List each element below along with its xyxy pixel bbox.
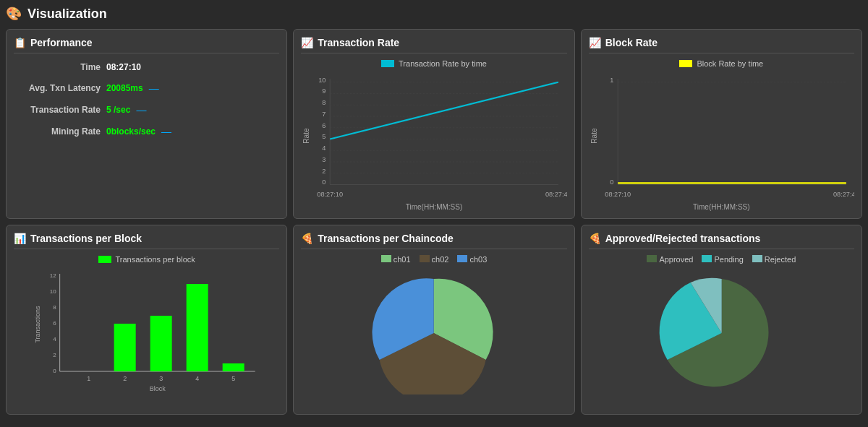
perf-row-latency: Avg. Txn Latency 20085ms — <box>14 82 279 94</box>
svg-text:Block: Block <box>150 385 166 392</box>
svg-text:6: 6 <box>323 122 326 129</box>
performance-table: Time 08:27:10 Avg. Txn Latency 20085ms —… <box>14 62 279 137</box>
txn-per-chaincode-icon: 🍕 <box>301 233 313 244</box>
svg-rect-47 <box>187 284 208 371</box>
svg-text:8: 8 <box>323 99 326 106</box>
legend-approved: Approved <box>647 255 693 264</box>
performance-card-title: 📋 Performance <box>14 37 279 53</box>
block-rate-chart: 1 0 Rate 08:27:10 08:27:49 <box>589 71 854 201</box>
perf-arrow-latency: — <box>149 82 159 94</box>
svg-text:3: 3 <box>323 156 326 163</box>
chaincode-pie-chart <box>301 268 566 394</box>
performance-card: 📋 Performance Time 08:27:10 Avg. Txn Lat… <box>6 29 287 219</box>
svg-text:08:27:10: 08:27:10 <box>605 191 631 198</box>
perf-arrow-txnrate: — <box>136 104 146 116</box>
transaction-rate-legend: Transaction Rate by time <box>301 59 566 68</box>
svg-text:08:27:49: 08:27:49 <box>545 191 566 198</box>
svg-text:5: 5 <box>231 375 235 382</box>
legend-ch01: ch01 <box>381 255 411 264</box>
txn-per-chaincode-title: 🍕 Transactions per Chaincode <box>301 233 566 249</box>
svg-text:3: 3 <box>159 375 163 382</box>
svg-text:4: 4 <box>53 336 56 342</box>
svg-text:10: 10 <box>319 77 326 84</box>
svg-text:2: 2 <box>123 375 127 382</box>
approved-rejected-title: 🍕 Approved/Rejected transactions <box>589 233 854 249</box>
perf-value-latency: 20085ms <box>106 83 143 93</box>
perf-arrow-mining: — <box>161 126 171 137</box>
svg-text:1: 1 <box>610 77 613 84</box>
txn-rate-legend-label: Transaction Rate by time <box>399 59 487 68</box>
perf-label-mining: Mining Rate <box>14 126 101 137</box>
svg-text:9: 9 <box>323 88 326 95</box>
svg-text:2: 2 <box>323 168 326 175</box>
svg-text:4: 4 <box>323 145 326 152</box>
svg-text:7: 7 <box>323 111 326 118</box>
txn-per-block-title: 📊 Transactions per Block <box>14 233 279 249</box>
block-rate-legend-box <box>679 60 692 67</box>
svg-text:0: 0 <box>323 179 326 186</box>
svg-text:8: 8 <box>53 304 56 311</box>
svg-text:08:27:10: 08:27:10 <box>318 191 344 198</box>
svg-text:2: 2 <box>53 352 56 358</box>
dashboard-grid: 📋 Performance Time 08:27:10 Avg. Txn Lat… <box>6 29 862 415</box>
approved-legend: Approved Pending Rejected <box>589 255 854 264</box>
transactions-per-chaincode-card: 🍕 Transactions per Chaincode ch01 ch02 c… <box>293 225 574 415</box>
svg-text:10: 10 <box>50 288 56 295</box>
approved-rejected-pie-chart <box>589 268 854 394</box>
perf-value-txnrate: 5 /sec <box>106 105 130 115</box>
svg-rect-48 <box>223 363 244 371</box>
perf-label-latency: Avg. Txn Latency <box>14 83 101 93</box>
block-rate-x-axis: Time(HH:MM:SS) <box>589 203 854 211</box>
perf-label-txnrate: Transaction Rate <box>14 105 101 115</box>
txn-per-block-legend-box <box>98 256 111 263</box>
chaincode-legend: ch01 ch02 ch03 <box>301 255 566 264</box>
perf-row-mining: Mining Rate 0blocks/sec — <box>14 126 279 137</box>
perf-value-mining: 0blocks/sec <box>106 126 156 137</box>
svg-text:4: 4 <box>195 375 199 382</box>
txn-rate-legend-box <box>381 60 394 67</box>
block-rate-icon: 📈 <box>589 37 601 48</box>
svg-text:0: 0 <box>53 368 56 374</box>
svg-text:12: 12 <box>50 272 56 279</box>
svg-line-22 <box>331 82 559 139</box>
transaction-rate-card: 📈 Transaction Rate Transaction Rate by t… <box>293 29 574 219</box>
perf-row-txnrate: Transaction Rate 5 /sec — <box>14 104 279 116</box>
block-rate-legend-label: Block Rate by time <box>697 59 763 68</box>
perf-row-time: Time 08:27:10 <box>14 62 279 72</box>
legend-pending: Pending <box>702 255 743 264</box>
txn-rate-x-axis: Time(HH:MM:SS) <box>301 203 566 211</box>
legend-rejected: Rejected <box>752 255 796 264</box>
txn-per-block-icon: 📊 <box>14 233 26 244</box>
svg-text:08:27:49: 08:27:49 <box>833 191 854 198</box>
transactions-per-block-card: 📊 Transactions per Block Transactions pe… <box>6 225 287 415</box>
visualization-icon: 🎨 <box>6 6 22 22</box>
txn-per-block-legend: Transactions per block <box>14 255 279 264</box>
block-rate-title: 📈 Block Rate <box>589 37 854 53</box>
performance-icon: 📋 <box>14 37 26 48</box>
svg-text:0: 0 <box>610 179 613 186</box>
block-rate-card: 📈 Block Rate Block Rate by time 1 0 Rate… <box>581 29 862 219</box>
approved-rejected-card: 🍕 Approved/Rejected transactions Approve… <box>581 225 862 415</box>
svg-text:6: 6 <box>53 320 56 327</box>
transaction-rate-chart: 10 9 8 7 6 5 4 3 2 0 Rate 08:27:10 <box>301 71 566 201</box>
svg-text:Rate: Rate <box>303 128 311 144</box>
svg-text:1: 1 <box>87 375 90 382</box>
txn-per-block-legend-label: Transactions per block <box>116 255 195 264</box>
perf-value-time: 08:27:10 <box>106 62 141 72</box>
approved-rejected-icon: 🍕 <box>589 233 601 244</box>
perf-label-time: Time <box>14 62 101 72</box>
svg-rect-45 <box>114 324 136 371</box>
legend-ch03: ch03 <box>457 255 487 264</box>
svg-text:Transactions: Transactions <box>34 306 41 343</box>
legend-ch02: ch02 <box>420 255 449 264</box>
page-title: 🎨 Visualization <box>6 6 862 22</box>
svg-rect-46 <box>150 316 172 371</box>
transaction-rate-title: 📈 Transaction Rate <box>301 37 566 53</box>
svg-text:Rate: Rate <box>590 128 598 144</box>
transaction-rate-icon: 📈 <box>301 37 313 48</box>
txn-per-block-chart: 12 10 8 6 4 2 0 Transactions 1 2 3 4 <box>14 267 279 393</box>
svg-text:5: 5 <box>323 134 326 141</box>
block-rate-legend: Block Rate by time <box>589 59 854 68</box>
